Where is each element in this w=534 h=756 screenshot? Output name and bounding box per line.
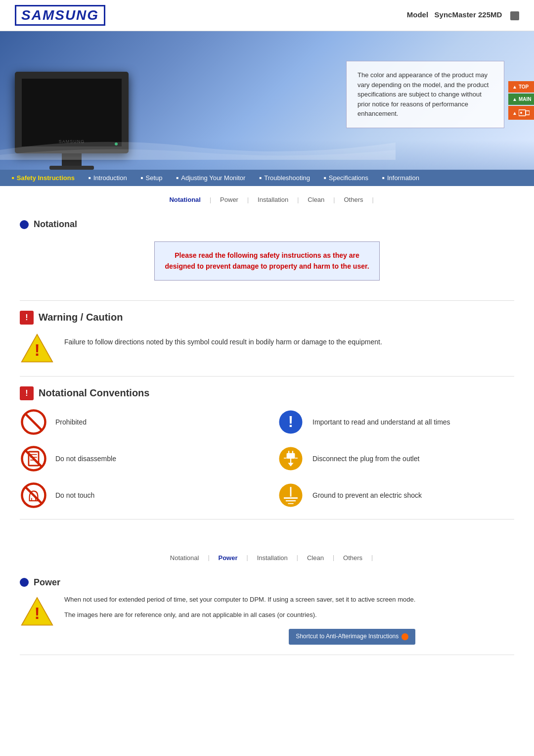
prohibited-label: Prohibited (55, 418, 87, 426)
shortcut-dot-icon (401, 633, 408, 640)
warning-title: ! Warning / Caution (20, 311, 514, 325)
sub-nav2-notational[interactable]: Notational (161, 552, 208, 564)
warning-triangle: ! (20, 331, 54, 366)
touch-label: Do not touch (55, 491, 94, 499)
power-dot (20, 578, 29, 587)
svg-rect-17 (287, 453, 295, 459)
sub-nav2-others[interactable]: Others (334, 552, 371, 564)
convention-disassemble: Do not disassemble (20, 445, 257, 472)
power-paragraph-2: The images here are for reference only, … (64, 610, 415, 620)
power-heading: Power (20, 577, 514, 588)
back-icon (519, 109, 530, 117)
main-label: MAIN (519, 96, 532, 102)
touch-icon (20, 481, 47, 509)
prohibited-icon (20, 408, 47, 436)
top-button[interactable]: ▲ TOP (508, 81, 534, 93)
sub-nav2-clean[interactable]: Clean (298, 552, 333, 564)
sub-nav-installation[interactable]: Installation (249, 194, 297, 205)
samsung-logo: SAMSUNG (15, 5, 105, 26)
sub-nav-sep-5: | (372, 196, 373, 203)
header: SAMSUNG Model SyncMaster 225MD (0, 0, 534, 31)
main-content: Notational Please read the following saf… (0, 209, 534, 544)
important-label: Important to read and understand at all … (312, 418, 450, 426)
side-buttons: ▲ TOP ▲ MAIN ▲ (508, 81, 534, 120)
convention-important: ! Important to read and understand at al… (277, 408, 514, 436)
warning-content: ! Failure to follow directions noted by … (20, 331, 514, 366)
sub-nav-clean[interactable]: Clean (299, 194, 333, 205)
convention-touch: Do not touch (20, 481, 257, 509)
model-name: SyncMaster 225MD (435, 10, 502, 19)
divider-3 (20, 519, 514, 520)
main-button[interactable]: ▲ MAIN (508, 94, 534, 105)
back-button[interactable]: ▲ (508, 106, 534, 120)
nav-introduction[interactable]: Introduction (82, 170, 134, 186)
nav-safety-instructions[interactable]: Safety Instructions (5, 170, 82, 186)
ground-label: Ground to prevent an electric shock (312, 491, 422, 499)
hero-notice-text: The color and appearance of the product … (357, 71, 489, 117)
divider-1 (20, 300, 514, 301)
disconnect-icon (277, 445, 305, 472)
nav-troubleshooting[interactable]: Troubleshooting (252, 170, 317, 186)
back-arrow-icon: ▲ (512, 110, 517, 116)
power-body: ! When not used for extended period of t… (20, 595, 514, 645)
power-texts: When not used for extended period of tim… (64, 595, 415, 645)
warning-description: Failure to follow directions noted by th… (64, 331, 382, 347)
notice-text: Please read the following safety instruc… (165, 251, 369, 270)
disassemble-icon (20, 445, 47, 472)
nav-adjusting[interactable]: Adjusting Your Monitor (169, 170, 252, 186)
hero-text-box: The color and appearance of the product … (346, 61, 504, 128)
sub-nav-power[interactable]: Power (211, 194, 247, 205)
svg-text:!: ! (34, 604, 40, 622)
important-icon: ! (277, 408, 305, 436)
power-paragraph-1: When not used for extended period of tim… (64, 595, 415, 605)
conventions-title: Notational Conventions (39, 387, 149, 399)
nav-specifications[interactable]: Specifications (317, 170, 375, 186)
conventions-title-row: ! Notational Conventions (20, 386, 514, 400)
sub-nav2-sep-5: | (371, 554, 373, 561)
svg-rect-1 (526, 111, 530, 115)
sub-nav-1: Notational | Power | Installation | Clea… (0, 186, 534, 209)
svg-line-7 (25, 414, 42, 430)
notational-heading: Notational (20, 219, 514, 230)
sub-nav-2: Notational | Power | Installation | Clea… (0, 544, 534, 567)
disconnect-label: Disconnect the plug from the outlet (312, 455, 419, 463)
nav-bar: Safety Instructions Introduction Setup A… (0, 170, 534, 186)
notice-box: Please read the following safety instruc… (154, 241, 379, 281)
divider-4 (20, 655, 514, 655)
power-title: Power (34, 577, 60, 588)
nav-setup[interactable]: Setup (134, 170, 170, 186)
model-info: Model SyncMaster 225MD (407, 10, 519, 20)
divider-2 (20, 376, 514, 377)
svg-text:!: ! (34, 341, 40, 359)
top-arrow-icon: ▲ (512, 84, 517, 90)
top-label: TOP (519, 84, 529, 90)
sub-nav-others[interactable]: Others (335, 194, 372, 205)
hero-banner: SAMSUNG The color and appearance of the … (0, 31, 534, 170)
power-warning-triangle: ! (20, 595, 54, 629)
convention-ground: Ground to prevent an electric shock (277, 481, 514, 509)
power-content-area: Power ! When not used for extended perio… (0, 567, 534, 680)
shortcut-label: Shortcut to Anti-Afterimage Instructions (296, 632, 399, 641)
svg-line-11 (25, 450, 42, 467)
nav-information[interactable]: Information (375, 170, 426, 186)
model-icon (510, 11, 519, 20)
svg-text:!: ! (288, 413, 293, 430)
conventions-grid: Prohibited ! Important to read and under… (20, 408, 514, 509)
hero-waves (0, 130, 534, 160)
ground-icon (277, 481, 305, 509)
shortcut-button[interactable]: Shortcut to Anti-Afterimage Instructions (289, 629, 415, 644)
sub-nav2-installation[interactable]: Installation (248, 552, 297, 564)
disassemble-label: Do not disassemble (55, 455, 116, 463)
sub-nav2-power[interactable]: Power (210, 552, 247, 564)
convention-prohibited: Prohibited (20, 408, 257, 436)
notice-container: Please read the following safety instruc… (20, 236, 514, 290)
svg-point-2 (520, 112, 522, 114)
power-text-1: When not used for extended period of tim… (64, 595, 415, 620)
warning-icon: ! (20, 311, 34, 325)
model-label: Model (407, 10, 428, 19)
notational-title: Notational (34, 219, 77, 230)
sub-nav-notational[interactable]: Notational (160, 194, 210, 205)
conventions-icon: ! (20, 386, 34, 400)
warning-title-text: Warning / Caution (39, 312, 123, 323)
main-arrow-icon: ▲ (512, 96, 517, 102)
